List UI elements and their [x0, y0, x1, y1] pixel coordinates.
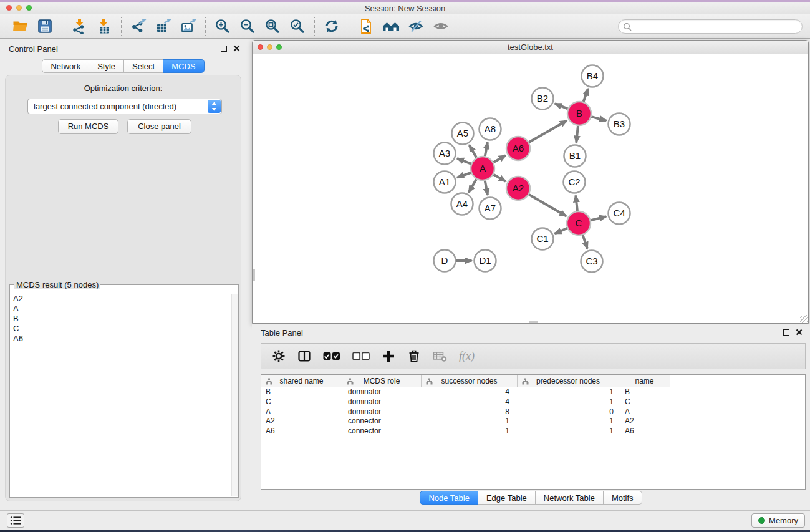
graph-node-A6[interactable]: A6 — [506, 137, 530, 160]
cell-predecessor-nodes[interactable]: 1 — [518, 417, 619, 427]
open-session-button[interactable] — [7, 16, 32, 36]
graph-edge-A-A4[interactable] — [469, 179, 476, 192]
column-header-name[interactable]: name — [619, 375, 670, 387]
graph-node-A3[interactable]: A3 — [434, 143, 456, 165]
clone-network-button[interactable] — [354, 16, 378, 36]
app-titlebar[interactable]: Session: New Session — [0, 2, 810, 14]
select-all-button[interactable] — [323, 348, 340, 364]
cell-successor-nodes[interactable]: 1 — [422, 417, 518, 427]
run-mcds-button[interactable]: Run MCDS — [58, 119, 118, 134]
graph-node-B2[interactable]: B2 — [532, 88, 554, 110]
criterion-dropdown[interactable]: largest connected component (directed) — [27, 99, 222, 114]
table-row-b[interactable]: Bdominator41B — [261, 387, 805, 397]
search-input[interactable] — [634, 21, 797, 32]
close-panel-icon[interactable] — [796, 329, 803, 336]
cell-predecessor-nodes[interactable]: 1 — [518, 387, 619, 397]
graph-node-A5[interactable]: A5 — [452, 123, 474, 145]
resize-grip[interactable] — [800, 315, 808, 323]
zoom-window-button[interactable] — [26, 5, 32, 11]
table-row-c[interactable]: Cdominator41C — [261, 397, 805, 407]
cell-successor-nodes[interactable]: 4 — [422, 397, 518, 407]
export-image-button[interactable] — [176, 16, 201, 36]
network-hscrollbar[interactable] — [529, 321, 538, 323]
graph-node-C2[interactable]: C2 — [564, 172, 586, 193]
tab-select[interactable]: Select — [124, 59, 163, 73]
zoom-out-button[interactable] — [235, 16, 260, 36]
graph-node-C[interactable]: C — [567, 211, 591, 235]
column-header-shared-name[interactable]: shared name — [261, 375, 342, 387]
table-settings-button[interactable] — [272, 348, 286, 364]
cell-name[interactable]: A2 — [619, 417, 670, 427]
table-tab-motifs[interactable]: Motifs — [604, 491, 642, 505]
float-panel-icon[interactable] — [783, 329, 789, 336]
network-vscrollbar[interactable] — [253, 269, 255, 281]
deselect-all-button[interactable] — [352, 348, 370, 364]
zoom-in-button[interactable] — [210, 16, 235, 36]
network-close-button[interactable] — [258, 44, 263, 50]
graph-edge-B-B1[interactable] — [576, 126, 578, 143]
export-network-button[interactable] — [126, 16, 151, 36]
graph-node-A4[interactable]: A4 — [451, 193, 473, 215]
cell-shared-name[interactable]: A — [261, 407, 342, 417]
network-window-titlebar[interactable]: testGlobe.txt — [253, 41, 808, 54]
table-tab-node-table[interactable]: Node Table — [420, 491, 478, 505]
home-neighbors-button[interactable] — [378, 16, 403, 36]
cell-MCDS-role[interactable]: connector — [342, 417, 422, 427]
graph-node-C1[interactable]: C1 — [532, 228, 554, 250]
float-panel-icon[interactable] — [221, 46, 227, 52]
cell-name[interactable]: A — [619, 407, 670, 417]
cell-shared-name[interactable]: A6 — [261, 427, 342, 437]
graph-edge-A2-C[interactable] — [529, 195, 566, 216]
mcds-result-item-a[interactable]: A — [11, 304, 231, 314]
graph-node-D1[interactable]: D1 — [475, 250, 496, 272]
cell-name[interactable]: B — [619, 387, 670, 397]
import-table-button[interactable] — [92, 16, 117, 36]
hide-selected-button[interactable] — [403, 16, 428, 36]
cell-shared-name[interactable]: C — [261, 397, 342, 407]
cell-shared-name[interactable]: B — [261, 387, 342, 397]
mcds-result-list[interactable]: A2ABCA6 — [11, 294, 231, 496]
cell-name[interactable]: C — [619, 397, 670, 407]
cell-successor-nodes[interactable]: 8 — [422, 407, 518, 417]
graph-edge-C-C2[interactable] — [576, 195, 577, 211]
graph-node-B4[interactable]: B4 — [582, 65, 604, 87]
graph-node-B1[interactable]: B1 — [564, 145, 586, 167]
export-table-button[interactable] — [151, 16, 176, 36]
zoom-selected-button[interactable] — [285, 16, 310, 36]
cell-MCDS-role[interactable]: dominator — [342, 407, 422, 417]
graph-edge-C-C3[interactable] — [583, 235, 587, 249]
cell-name[interactable]: A6 — [619, 427, 670, 437]
graph-node-A8[interactable]: A8 — [480, 118, 501, 140]
graph-edge-A-A6[interactable] — [493, 155, 506, 162]
minimize-window-button[interactable] — [16, 5, 22, 11]
graph-edge-B-B3[interactable] — [591, 117, 606, 120]
cell-successor-nodes[interactable]: 1 — [422, 427, 518, 437]
column-header-successor-nodes[interactable]: successor nodes — [422, 375, 518, 387]
add-column-button[interactable] — [382, 348, 395, 364]
network-canvas[interactable]: AA1A2A3A4A5A6A7A8BB1B2B3B4CC1C2C3C4DD1 — [253, 54, 808, 323]
mcds-result-item-a6[interactable]: A6 — [11, 334, 231, 344]
tab-network[interactable]: Network — [42, 59, 89, 73]
graph-node-C3[interactable]: C3 — [581, 251, 603, 273]
cell-MCDS-role[interactable]: connector — [342, 427, 422, 437]
table-row-a2[interactable]: A2connector11A2 — [261, 417, 805, 427]
graph-edge-A-A1[interactable] — [457, 173, 471, 178]
cell-predecessor-nodes[interactable]: 1 — [518, 427, 619, 437]
delete-column-button[interactable] — [407, 348, 421, 364]
graph-node-A2[interactable]: A2 — [506, 177, 530, 200]
table-row-a6[interactable]: A6connector11A6 — [261, 427, 805, 437]
column-visibility-button[interactable] — [297, 348, 311, 364]
mcds-result-item-a2[interactable]: A2 — [11, 294, 231, 304]
close-panel-button[interactable]: Close panel — [127, 119, 191, 134]
graph-edge-A-A2[interactable] — [493, 175, 506, 181]
network-graph[interactable]: AA1A2A3A4A5A6A7A8BB1B2B3B4CC1C2C3C4DD1 — [253, 54, 808, 323]
graph-node-C4[interactable]: C4 — [609, 203, 630, 225]
graph-node-A7[interactable]: A7 — [480, 198, 501, 220]
zoom-fit-button[interactable] — [260, 16, 285, 36]
table-tab-edge-table[interactable]: Edge Table — [478, 491, 536, 505]
mcds-result-item-c[interactable]: C — [11, 324, 231, 334]
search-field[interactable] — [618, 19, 803, 34]
save-session-button[interactable] — [32, 16, 57, 36]
task-history-button[interactable] — [7, 513, 24, 528]
graph-edge-B-B4[interactable] — [584, 89, 588, 102]
